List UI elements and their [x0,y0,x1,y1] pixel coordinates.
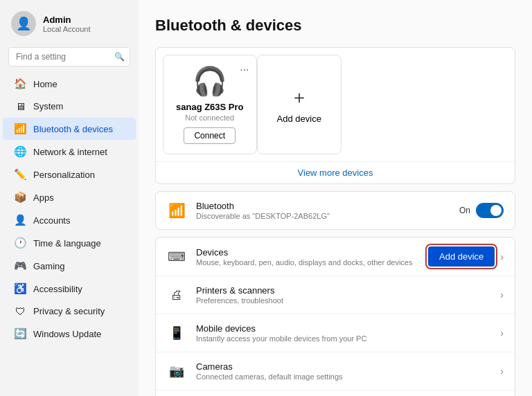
bluetooth-row[interactable]: 📶 Bluetooth Discoverable as "DESKTOP-2AB… [156,192,515,229]
sidebar-item-label: Accessibility [33,284,82,294]
sidebar-item-home[interactable]: 🏠 Home [3,73,136,95]
bluetooth-toggle[interactable] [476,203,504,218]
main-content: Bluetooth & devices ... 🎧 sanag Z63S Pro… [139,0,532,396]
sidebar-item-label: System [33,101,63,111]
bluetooth-subtitle: Discoverable as "DESKTOP-2AB62LG" [196,212,450,220]
sidebar-item-system[interactable]: 🖥 System [3,96,136,117]
sidebar-item-label: Bluetooth & devices [33,124,113,134]
chevron-right-icon: › [500,251,504,262]
mobile-icon: 📱 [167,323,186,343]
settings-row-devices[interactable]: ⌨ Devices Mouse, keyboard, pen, audio, d… [156,237,515,276]
chevron-right-icon: › [500,327,504,339]
chevron-right-icon: › [500,289,504,300]
home-icon: 🏠 [14,78,26,90]
device-cards-wrapper: ... 🎧 sanag Z63S Pro Not connected Conne… [156,48,515,154]
user-profile[interactable]: 👤 Admin Local Account [0,0,139,44]
sidebar-item-privacy[interactable]: 🛡 Privacy & security [3,300,136,322]
sidebar-item-bluetooth[interactable]: 📶 Bluetooth & devices [3,118,136,140]
sidebar-item-label: Apps [33,192,54,203]
devices-subtitle: Mouse, keyboard, pen, audio, displays an… [196,258,418,267]
settings-list: ⌨ Devices Mouse, keyboard, pen, audio, d… [155,237,515,396]
avatar: 👤 [11,11,36,36]
more-options-icon[interactable]: ... [240,61,249,73]
device-name: sanag Z63S Pro [176,102,244,112]
nav-list: 🏠 Home🖥 System📶 Bluetooth & devices🌐 Net… [0,72,139,345]
sidebar-item-apps[interactable]: 📦 Apps [3,186,136,208]
sidebar-item-label: Time & language [33,238,101,249]
search-input[interactable] [8,47,130,66]
view-more-wrapper: View more devices [156,161,515,183]
accounts-icon: 👤 [14,214,26,226]
apps-icon: 📦 [14,191,26,204]
network-icon: 🌐 [14,145,26,158]
settings-row-printers[interactable]: 🖨 Printers & scanners Preferences, troub… [156,276,515,314]
cameras-title: Cameras [196,361,490,372]
settings-row-mobile[interactable]: 📱 Mobile devices Instantly access your m… [156,314,515,352]
sidebar-item-network[interactable]: 🌐 Network & internet [3,141,136,163]
sidebar: 👤 Admin Local Account 🔍 🏠 Home🖥 System📶 … [0,0,139,396]
devices-icon: ⌨ [167,247,186,267]
profile-name: Admin [43,15,91,25]
sidebar-item-personalization[interactable]: ✏️ Personalization [3,163,136,186]
system-icon: 🖥 [14,100,26,112]
mobile-title: Mobile devices [196,323,490,334]
sidebar-item-label: Privacy & security [33,306,105,316]
plus-icon: ＋ [290,85,308,109]
search-icon: 🔍 [114,52,125,62]
chevron-right-icon: › [500,366,504,377]
cameras-icon: 📷 [167,361,186,381]
time-icon: 🕐 [14,237,26,249]
sidebar-item-label: Windows Update [33,329,101,339]
accessibility-icon: ♿ [14,282,26,295]
printers-icon: 🖨 [167,285,186,305]
bluetooth-section: 📶 Bluetooth Discoverable as "DESKTOP-2AB… [155,191,515,230]
gaming-icon: 🎮 [14,260,26,272]
profile-sub: Local Account [43,25,91,33]
cameras-subtitle: Connected cameras, default image setting… [196,372,490,381]
privacy-icon: 🛡 [14,305,26,317]
bluetooth-title: Bluetooth [196,201,450,211]
add-device-card[interactable]: ＋ Add device [257,55,342,154]
sidebar-item-label: Gaming [33,261,65,271]
page-title: Bluetooth & devices [155,17,515,35]
sidebar-item-label: Network & internet [33,147,107,157]
connect-button[interactable]: Connect [184,127,236,144]
device-status: Not connected [185,114,234,122]
printers-subtitle: Preferences, troubleshoot [196,296,490,305]
bluetooth-state-label: On [459,206,470,215]
view-more-link[interactable]: View more devices [298,168,373,178]
search-box[interactable]: 🔍 [8,47,130,66]
personalization-icon: ✏️ [14,168,26,181]
mobile-subtitle: Instantly access your mobile devices fro… [196,334,490,343]
settings-row-mouse[interactable]: 🖱 Mouse Buttons, mouse pointer speed, sc… [156,390,515,396]
bluetooth-icon: 📶 [167,201,186,220]
sidebar-item-label: Home [33,79,57,89]
sidebar-item-label: Personalization [33,170,95,180]
sidebar-item-gaming[interactable]: 🎮 Gaming [3,255,136,277]
settings-row-cameras[interactable]: 📷 Cameras Connected cameras, default ima… [156,352,515,390]
devices-title: Devices [196,247,418,258]
sidebar-item-accounts[interactable]: 👤 Accounts [3,209,136,231]
printers-title: Printers & scanners [196,285,490,296]
sidebar-item-windowsupdate[interactable]: 🔄 Windows Update [3,323,136,345]
device-card-headphone[interactable]: ... 🎧 sanag Z63S Pro Not connected Conne… [163,55,257,154]
headphone-icon: 🎧 [193,65,227,98]
sidebar-item-time[interactable]: 🕐 Time & language [3,232,136,254]
windowsupdate-icon: 🔄 [14,327,26,340]
device-section: ... 🎧 sanag Z63S Pro Not connected Conne… [155,47,515,184]
sidebar-item-accessibility[interactable]: ♿ Accessibility [3,278,136,300]
bluetooth-icon: 📶 [14,123,26,135]
sidebar-item-label: Accounts [33,215,70,226]
add-device-button[interactable]: Add device [428,246,495,267]
add-device-label: Add device [277,114,321,124]
